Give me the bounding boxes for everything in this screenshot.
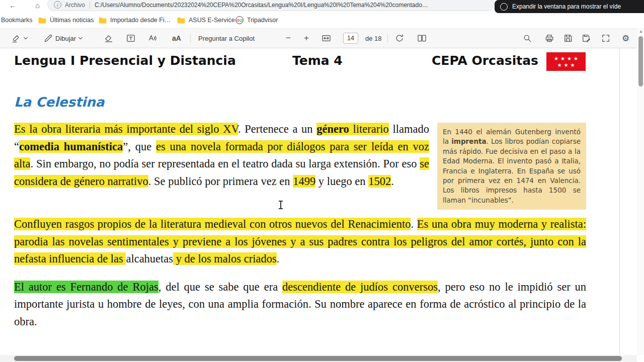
print-button[interactable] <box>544 29 554 48</box>
bookmark-folder-asus[interactable]: ASUS E-Service <box>177 14 235 26</box>
text-segment: 1499 <box>293 175 315 188</box>
zoom-out-button[interactable]: − <box>286 29 291 48</box>
save-button[interactable] <box>563 29 573 48</box>
address-scheme-label: Archivo <box>65 2 85 9</box>
text-segment: literario <box>349 123 389 135</box>
text-segment: género <box>316 123 349 135</box>
tripadvisor-icon <box>235 16 244 24</box>
address-bar[interactable]: i Archivo C:/Users/Alumno/Documents/2023… <box>47 0 494 11</box>
save-as-button[interactable] <box>581 29 591 48</box>
folder-icon <box>99 17 107 24</box>
text-segment: 1502 <box>368 175 391 188</box>
settings-button[interactable]: ⚙ <box>622 29 629 48</box>
horizontal-scrollbar-thumb[interactable] <box>14 356 622 361</box>
page-title: La Celestina <box>14 95 586 110</box>
bookmarks-label[interactable]: Bookmarks <box>1 14 33 26</box>
info-icon[interactable]: i <box>54 1 61 9</box>
highlight-button[interactable] <box>11 29 28 48</box>
fit-width-icon <box>321 33 332 43</box>
bookmarks-bar: Bookmarks Últimas noticias Importado des… <box>0 12 644 28</box>
pen-icon <box>43 33 53 43</box>
text-segment: comedia humanística <box>19 140 123 153</box>
chevron-down-icon <box>23 36 28 40</box>
back-icon[interactable]: ← <box>9 1 17 11</box>
text-segment: . Se publicó por primera vez en <box>148 175 293 188</box>
bookmark-label: Últimas noticias <box>50 17 94 24</box>
text-segment: , del que se sabe que era <box>158 281 282 293</box>
text-segment: . <box>277 252 280 265</box>
home-icon[interactable]: ⌂ <box>35 1 40 11</box>
zoom-in-button[interactable]: + <box>304 29 309 48</box>
text-cursor <box>280 201 281 209</box>
toolbar-divider <box>387 34 388 43</box>
address-divider <box>90 2 90 9</box>
bookmarks-label-text: Bookmarks <box>1 17 33 24</box>
text-segment: . Los libros podían copiarse más rápido.… <box>443 137 581 204</box>
read-aloud-icon <box>147 33 158 43</box>
draw-label: Dibujar <box>55 35 76 42</box>
page-number-input[interactable] <box>343 33 358 44</box>
erase-button[interactable] <box>104 29 114 48</box>
flag-stars-row: ★★★★ <box>552 55 580 62</box>
save-icon <box>563 33 573 43</box>
translate-icon: aA <box>172 34 181 42</box>
page-view-button[interactable] <box>417 29 427 48</box>
text-segment: . Pertenece a un <box>238 123 316 135</box>
scroll-up-icon[interactable]: ▲ <box>639 29 643 34</box>
fullscreen-icon <box>601 33 611 43</box>
text-segment: alcahuetas <box>126 252 173 265</box>
fullscreen-button[interactable] <box>601 29 611 48</box>
toast-text: Expandir la ventana para mostrar el víde <box>512 3 621 10</box>
toast-progress-icon <box>500 3 508 11</box>
toolbar-divider <box>190 34 191 43</box>
bookmark-folder-ultimas-noticias[interactable]: Últimas noticias <box>38 14 94 26</box>
flag-stars-row: ★★★ <box>555 62 577 68</box>
draw-button[interactable]: Dibujar <box>43 29 83 48</box>
header-course-title: Lengua I Presencial y Distancia <box>14 53 236 68</box>
pdf-toolbar: Dibujar aA Preguntar a Copilot − + de 18 <box>0 28 637 48</box>
horizontal-scrollbar[interactable] <box>0 355 637 362</box>
paragraph-2: Confluyen rasgos propios de la literatur… <box>14 216 586 268</box>
text-segment: . <box>411 218 417 230</box>
rotate-icon <box>394 33 405 43</box>
read-aloud-button[interactable] <box>147 29 158 48</box>
two-page-view-icon <box>417 33 427 43</box>
bookmark-tripadvisor[interactable]: Tripadvisor <box>235 14 278 26</box>
page-total-label: de 18 <box>365 35 382 42</box>
address-url[interactable]: C:/Users/Alumno/Documents/20232024%20CEP… <box>95 2 428 9</box>
highlighter-icon <box>11 33 21 43</box>
add-text-button[interactable] <box>126 29 136 48</box>
vertical-scrollbar[interactable]: ▲ <box>637 28 644 355</box>
info-box-gutenberg: En 1440 el alemán Gutenberg inventó la i… <box>437 123 586 210</box>
vertical-scrollbar-thumb[interactable] <box>638 36 643 86</box>
text-segment: Confluyen rasgos propios de la literatur… <box>14 218 411 230</box>
text-segment: El autor es Fernando de Rojas <box>14 281 158 293</box>
madrid-flag: ★★★★ ★★★ <box>546 52 586 71</box>
page-total: de 18 <box>365 29 382 48</box>
header-school-name: CEPA Orcasitas <box>432 53 538 68</box>
save-as-icon <box>581 33 591 43</box>
copilot-button[interactable]: Preguntar a Copilot <box>198 29 255 48</box>
search-icon <box>522 33 532 43</box>
translate-button[interactable]: aA <box>172 29 181 48</box>
fit-width-button[interactable] <box>321 29 332 48</box>
text-segment: . <box>391 175 394 188</box>
header-unit-title: Tema 4 <box>292 53 343 68</box>
bookmark-folder-importado[interactable]: Importado desde Fi… <box>99 14 171 26</box>
text-segment: descendiente de judíos conversos <box>282 281 438 293</box>
text-segment: imprenta <box>451 137 486 145</box>
search-button[interactable] <box>522 29 532 48</box>
chevron-down-icon <box>78 36 83 40</box>
pdf-page: Lengua I Presencial y Distancia Tema 4 C… <box>0 48 620 355</box>
bookmark-label: Importado desde Fi… <box>110 17 171 24</box>
text-segment: . Sin embargo, no podía ser representada… <box>30 157 420 170</box>
gear-icon: ⚙ <box>622 33 629 44</box>
text-box-icon <box>126 33 136 43</box>
printer-icon <box>544 33 554 43</box>
folder-icon <box>38 17 46 24</box>
notification-toast[interactable]: Expandir la ventana para mostrar el víde <box>495 0 644 13</box>
browser-topbar: ← ⌂ i Archivo C:/Users/Alumno/Documents/… <box>0 0 644 12</box>
rotate-button[interactable] <box>394 29 405 48</box>
minus-icon: − <box>286 33 291 43</box>
text-segment: ”, que <box>123 140 156 153</box>
